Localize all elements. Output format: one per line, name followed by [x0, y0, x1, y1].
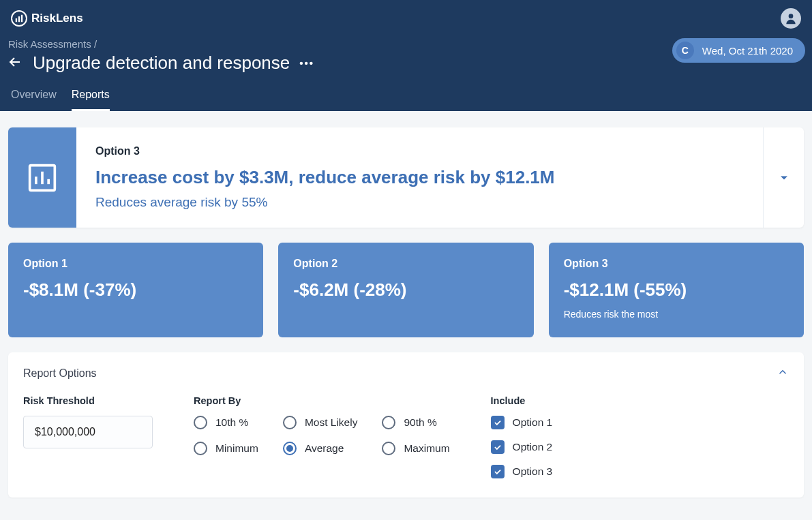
include-option-3[interactable]: Option 3 [491, 465, 553, 478]
brand[interactable]: RiskLens [11, 10, 83, 27]
svg-rect-1 [18, 16, 20, 22]
include-option-label: Option 2 [513, 441, 553, 453]
radio-label: 90th % [404, 416, 436, 429]
report-options-title: Report Options [23, 367, 97, 380]
hero-sub: Reduces average risk by 55% [95, 195, 744, 210]
radio-label: Average [305, 442, 344, 455]
breadcrumb-sep: / [94, 38, 97, 50]
radio-maximum[interactable]: Maximum [382, 442, 449, 455]
report-options-collapse[interactable] [777, 366, 789, 380]
checkbox-icon [491, 465, 505, 478]
option-title: Option 1 [23, 258, 248, 270]
breadcrumb[interactable]: Risk Assessments / [7, 38, 314, 50]
svg-rect-0 [16, 18, 17, 22]
date-badge: C [676, 42, 694, 59]
radio-label: Minimum [215, 442, 258, 455]
svg-rect-2 [21, 15, 22, 22]
tab-reports[interactable]: Reports [72, 89, 110, 111]
brand-logo-icon [11, 10, 27, 27]
tabs: Overview Reports [0, 74, 812, 111]
radio-average[interactable]: Average [283, 442, 358, 455]
report-by-label: Report By [194, 395, 450, 406]
more-icon[interactable]: ••• [299, 57, 314, 69]
hero-heading: Increase cost by $3.3M, reduce average r… [95, 167, 744, 188]
radio-label: Most Likely [305, 416, 358, 429]
include-option-2[interactable]: Option 2 [491, 440, 553, 454]
page-title: Upgrade detection and response [33, 52, 290, 74]
user-avatar[interactable] [781, 8, 801, 29]
include-label: Include [491, 395, 553, 406]
report-options-panel: Report Options Risk Threshold Report By … [8, 352, 804, 498]
chevron-down-icon [777, 171, 791, 185]
hero-card[interactable]: Option 3 Increase cost by $3.3M, reduce … [8, 127, 804, 228]
breadcrumb-parent[interactable]: Risk Assessments [8, 38, 91, 50]
radio-10th[interactable]: 10th % [194, 416, 258, 429]
option-value: -$12.1M (-55%) [564, 279, 789, 301]
radio-minimum[interactable]: Minimum [194, 442, 258, 455]
option-card-1[interactable]: Option 1 -$8.1M (-37%) [8, 243, 263, 337]
date-text: Wed, Oct 21th 2020 [702, 45, 793, 57]
include-option-1[interactable]: Option 1 [491, 416, 553, 429]
radio-90th[interactable]: 90th % [382, 416, 449, 429]
option-note: Reduces risk the most [564, 309, 789, 320]
svg-point-3 [789, 14, 794, 18]
risk-threshold-section: Risk Threshold [23, 395, 153, 448]
include-option-label: Option 1 [513, 416, 553, 429]
tab-overview[interactable]: Overview [11, 89, 57, 111]
radio-label: 10th % [215, 416, 248, 429]
user-icon [784, 12, 798, 25]
hero-label: Option 3 [95, 145, 744, 157]
brand-name: RiskLens [31, 12, 83, 25]
app-header: RiskLens Risk Assessments / Upgrade dete… [0, 0, 812, 111]
risk-threshold-label: Risk Threshold [23, 395, 153, 406]
option-title: Option 2 [293, 258, 518, 270]
radio-most-likely[interactable]: Most Likely [283, 416, 358, 429]
hero-expand-toggle[interactable] [763, 127, 804, 228]
option-value: -$8.1M (-37%) [23, 279, 248, 301]
option-value: -$6.2M (-28%) [293, 279, 518, 301]
date-pill[interactable]: C Wed, Oct 21th 2020 [672, 38, 805, 63]
chevron-up-icon [777, 366, 789, 378]
checkbox-icon [491, 440, 505, 454]
report-by-section: Report By 10th % Most Likely 90th % Mini… [194, 395, 450, 455]
checkbox-icon [491, 416, 505, 429]
radio-label: Maximum [404, 442, 449, 455]
include-option-label: Option 3 [513, 465, 553, 478]
option-title: Option 3 [564, 258, 789, 270]
option-card-3[interactable]: Option 3 -$12.1M (-55%) Reduces risk the… [549, 243, 804, 337]
back-arrow-icon[interactable] [7, 54, 23, 72]
option-card-2[interactable]: Option 2 -$6.2M (-28%) [278, 243, 533, 337]
risk-threshold-input[interactable] [23, 416, 153, 448]
bar-chart-icon [27, 163, 57, 193]
hero-icon-block [8, 127, 76, 228]
include-section: Include Option 1 Option 2 Option 3 [491, 395, 553, 478]
